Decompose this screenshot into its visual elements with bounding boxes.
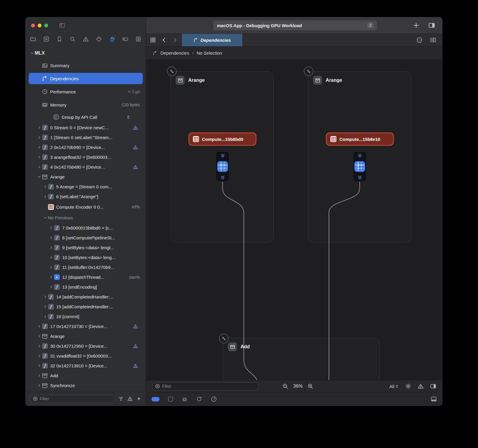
tree-row-8-setcomputepipelinest[interactable]: ƒ8 [setComputePipelineSt... <box>26 233 146 243</box>
warnings-filter-icon[interactable] <box>127 396 133 401</box>
compute-encoder-node[interactable]: Compute...15b8bd0 <box>189 133 256 146</box>
buffer-preview-widget[interactable] <box>216 151 229 182</box>
tree-row-memory[interactable]: Memory120 bytes <box>26 98 146 111</box>
disclosure-right-icon[interactable] <box>36 145 42 150</box>
tree-row-summary[interactable]: Summary <box>26 59 146 72</box>
more-options-icon[interactable] <box>416 37 422 43</box>
bottom-panel-toggle-icon[interactable] <box>431 396 437 402</box>
tree-row-compute-encoder-0-0[interactable]: Compute Encoder 0 0...inf% <box>26 201 146 212</box>
minimize-button[interactable] <box>38 24 42 27</box>
bookmark-icon[interactable] <box>56 36 62 42</box>
tree-row-no-previews[interactable]: No Previews <box>26 212 146 223</box>
tree-row-1-stream-0-setlabel-stream[interactable]: ƒ1 [Stream 0 setLabel:"Stream... <box>26 133 146 142</box>
disclosure-right-icon[interactable] <box>36 334 42 338</box>
tab-overview-icon[interactable] <box>150 37 156 43</box>
disclosure-right-icon[interactable] <box>42 315 48 319</box>
tree-row-31-vvaddfloat32-0x600003[interactable]: ƒ31 vvaddfloat32 = [0x600003... <box>26 351 146 361</box>
tree-row-3-arangefloat32-0x600003[interactable]: ƒ3 arangefloat32 = [0x600003... <box>26 152 146 162</box>
folder-icon[interactable] <box>30 36 36 42</box>
disclosure-right-icon[interactable] <box>42 295 48 299</box>
tree-row-14-addcompletedhandler[interactable]: ƒ14 [addCompletedHandler:... <box>26 292 146 302</box>
disclosure-right-icon[interactable] <box>48 255 54 260</box>
disclosure-right-icon[interactable] <box>36 136 42 140</box>
sidebar-filter-field[interactable] <box>30 395 115 403</box>
disclosure-right-icon[interactable] <box>36 354 42 358</box>
disclosure-down-icon[interactable] <box>36 175 42 179</box>
disclosure-right-icon[interactable] <box>36 155 42 159</box>
spray-icon[interactable] <box>109 36 115 42</box>
disclosure-down-icon[interactable] <box>29 51 35 55</box>
tree-row-10-setbytes-data-leng[interactable]: ƒ10 [setBytes:<data> leng... <box>26 253 146 262</box>
disclosure-right-icon[interactable] <box>48 265 54 270</box>
disclosure-right-icon[interactable] <box>36 344 42 348</box>
dependency-graph-canvas[interactable]: ArangeArangeAddCompute...15b8bd0Compute.… <box>146 60 442 380</box>
title-pill[interactable]: macOS App - Debugging GPU Workload 2 <box>213 21 377 30</box>
disclosure-down-icon[interactable] <box>42 215 48 220</box>
issues-icon[interactable] <box>418 383 424 389</box>
list-icon[interactable] <box>135 36 141 42</box>
tree-row-13-endencoding[interactable]: ƒ13 [endEncoding] <box>26 282 146 292</box>
buffer-grid-icon[interactable] <box>354 161 365 172</box>
disclosure-right-icon[interactable] <box>36 165 42 169</box>
sidebar-filter-input[interactable] <box>39 396 112 401</box>
tree-row-6-setlabel-arange[interactable]: ƒ6 [setLabel:"Arange"] <box>26 192 146 201</box>
tree-row-0-stream-0-device-newc[interactable]: ƒ0 Stream 0 = [Device newC... <box>26 123 146 133</box>
diamond-icon[interactable] <box>96 36 102 42</box>
disclosure-right-icon[interactable] <box>48 226 54 230</box>
disclosure-right-icon[interactable] <box>36 126 42 130</box>
double-chevron-down-icon[interactable] <box>220 175 225 179</box>
new-tab-button[interactable] <box>413 22 419 29</box>
zoom-out-icon[interactable] <box>282 383 288 389</box>
tree-row-5-arange-stream-0-com[interactable]: ƒ5 Arange = [Stream 0 com... <box>26 182 146 192</box>
tree-row-30-0x142712950-device[interactable]: ƒ30 0x142712950 = [Device... <box>26 341 146 351</box>
tree-row-16-commit[interactable]: ƒ16 [commit] <box>26 312 146 321</box>
tab-dependencies[interactable]: Dependencies <box>182 34 242 46</box>
inspector-toggle-icon[interactable] <box>428 22 435 29</box>
collapse-group-button[interactable] <box>219 334 229 343</box>
disclosure-right-icon[interactable] <box>48 275 54 279</box>
disclosure-right-icon[interactable] <box>48 285 54 289</box>
tree-row-2-0x14270b990-device[interactable]: ƒ2 0x14270b990 = [Device... <box>26 142 146 152</box>
collapse-group-button[interactable] <box>304 67 313 76</box>
buffer-preview-widget[interactable] <box>353 151 367 182</box>
tree-row-32-0x142713910-device[interactable]: ƒ32 0x142713910 = [Device... <box>26 361 146 371</box>
buffer-grid-icon[interactable] <box>217 161 228 172</box>
double-chevron-down-icon[interactable] <box>357 154 362 158</box>
tree-row-11-setbuffer-0x14270b9[interactable]: ƒ11 [setBuffer:0x14270b9... <box>26 262 146 272</box>
tree-row-9-setbytes-data-lengt[interactable]: ƒ9 [setBytes:<data> lengt... <box>26 243 146 253</box>
scope-picker[interactable]: All <box>389 384 399 389</box>
disclosure-right-icon[interactable] <box>36 364 42 368</box>
selection-mode-button[interactable] <box>168 397 173 401</box>
zoom-level[interactable]: 36% <box>293 384 303 389</box>
tree-row-mlx[interactable]: MLX <box>26 47 146 59</box>
forward-button[interactable] <box>172 37 178 43</box>
add-editor-icon[interactable] <box>430 37 436 43</box>
disclosure-right-icon[interactable] <box>48 246 54 250</box>
warning-icon[interactable] <box>83 36 89 42</box>
disclosure-right-icon[interactable] <box>36 374 42 378</box>
tree-row-arange[interactable]: Arange <box>26 331 146 341</box>
tree-row-4-0x14270d480-device[interactable]: ƒ4 0x14270d480 = [Device... <box>26 162 146 172</box>
tree-row-arange[interactable]: Arange <box>26 172 146 182</box>
tree-row-performance[interactable]: Performance< 1 µs <box>26 85 146 98</box>
disclosure-right-icon[interactable] <box>42 195 48 199</box>
compute-encoder-node[interactable]: Compute...15b8e10 <box>326 133 394 146</box>
tree-row-group-by-api-call[interactable]: Group by API Call <box>26 111 146 123</box>
tree-row-17-0x142710730-device[interactable]: ƒ17 0x142710730 = [Device... <box>26 321 146 331</box>
canvas-group-add[interactable]: Add <box>223 338 380 380</box>
disclosure-right-icon[interactable] <box>42 185 48 189</box>
collapse-group-button[interactable] <box>167 67 177 76</box>
tree-row-dependencies[interactable]: Dependencies <box>26 72 146 85</box>
inspector-toggle-icon[interactable] <box>430 383 436 389</box>
flatten-icon[interactable] <box>118 396 124 401</box>
tag-icon[interactable] <box>122 36 128 42</box>
disclosure-right-icon[interactable] <box>42 305 48 309</box>
tree-row-add[interactable]: Add <box>26 371 146 381</box>
fullscreen-button[interactable] <box>44 24 48 27</box>
tree-row-7-0x6000015b8bd0-c[interactable]: ƒ7 0x6000015b8bd0 = [c... <box>26 223 146 233</box>
grid-x-icon[interactable] <box>43 36 49 42</box>
zoom-in-icon[interactable] <box>307 383 313 389</box>
disclosure-right-icon[interactable] <box>36 384 42 388</box>
graph-mode-button[interactable] <box>151 397 160 401</box>
gear-icon[interactable] <box>405 383 411 389</box>
